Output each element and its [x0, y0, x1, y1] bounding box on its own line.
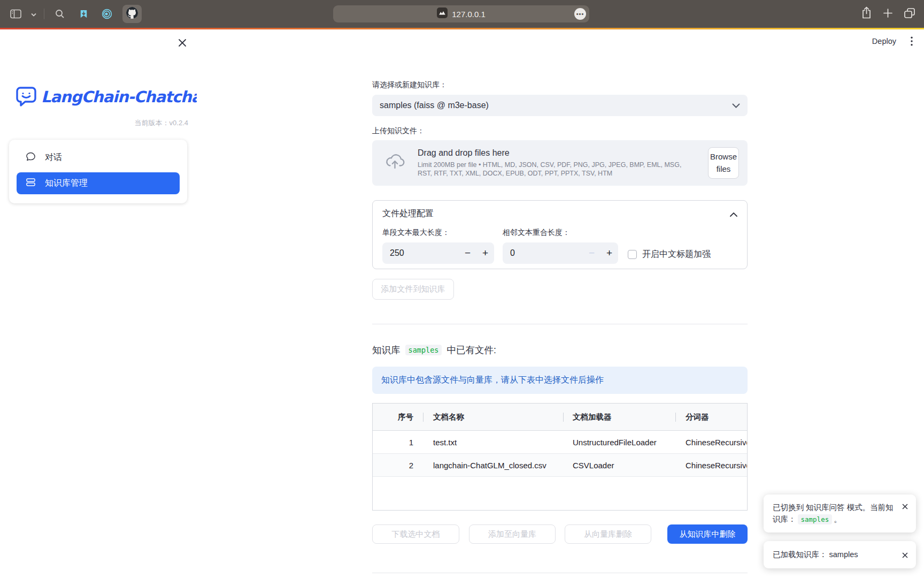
chevron-down-icon: [732, 101, 740, 110]
overlap-size-label: 相邻文本重合长度：: [503, 228, 618, 238]
app-logo: LangChain-Chatchat: [15, 84, 208, 110]
main-menu-kebab-icon[interactable]: [907, 36, 917, 47]
kb-heading-suffix: 中已有文件:: [446, 344, 496, 356]
kb-select-value: samples (faiss @ m3e-base): [380, 101, 732, 110]
upload-label: 上传知识文件：: [372, 126, 748, 136]
chunk-size-value: 250: [382, 248, 459, 258]
chevron-up-icon: [730, 209, 737, 219]
toast-text-prefix: 已切换到 知识库问答 模式。当前知识库：: [773, 503, 894, 523]
zh-title-checkbox[interactable]: [628, 250, 637, 259]
file-dropzone[interactable]: Drag and drop files here Limit 200MB per…: [372, 140, 748, 186]
toast-kb-loaded: 已加载知识库： samples: [764, 541, 916, 568]
new-tab-icon[interactable]: [883, 8, 893, 20]
search-icon[interactable]: [52, 6, 68, 22]
divider: [372, 324, 748, 324]
download-selected-button[interactable]: 下载选中文档: [372, 524, 459, 544]
pinned-tab-circles-icon[interactable]: [99, 6, 115, 22]
dropzone-title: Drag and drop files here: [418, 148, 695, 158]
cell-loader: CSVLoader: [563, 461, 675, 470]
knowledge-base-icon: [26, 177, 36, 189]
github-icon: [126, 7, 138, 21]
share-icon[interactable]: [861, 6, 872, 21]
kb-name-code: samples: [405, 345, 442, 355]
tab-overview-icon[interactable]: [904, 7, 915, 21]
delete-from-vectorstore-button[interactable]: 从向量库删除: [565, 524, 651, 544]
column-separator: [423, 413, 424, 422]
cell-splitter: ChineseRecursiveTextSplitter: [675, 461, 747, 470]
table-actions: 下载选中文档 添加至向量库 从向量库删除 从知识库中删除: [372, 524, 748, 544]
toast-mode-switched: 已切换到 知识库问答 模式。当前知识库：samples。: [764, 495, 916, 533]
toolbar-separator: [44, 9, 44, 19]
browser-toolbar: 127.0.0.1 •••: [0, 0, 924, 28]
url-bar[interactable]: 127.0.0.1 •••: [333, 5, 589, 22]
kb-select[interactable]: samples (faiss @ m3e-base): [372, 95, 748, 116]
cloud-upload-icon: [385, 154, 405, 172]
column-separator: [563, 413, 564, 422]
overlap-minus-button[interactable]: −: [583, 242, 600, 264]
browse-files-button[interactable]: Browse files: [708, 147, 739, 179]
toast-kb-code: samples: [798, 514, 833, 524]
site-favicon: [437, 7, 448, 20]
dropzone-limit-text: Limit 200MB per file • HTML, MD, JSON, C…: [418, 161, 684, 178]
sidebar: LangChain-Chatchat 当前版本：v0.2.4 对话 知识库管理: [0, 29, 197, 578]
toast-text-suffix: 。: [834, 515, 842, 523]
add-to-vectorstore-button[interactable]: 添加至向量库: [469, 524, 556, 544]
toast-text: 已加载知识库： samples: [773, 549, 897, 560]
overlap-size-value: 0: [503, 248, 583, 258]
zh-title-checkbox-label: 开启中文标题加强: [642, 249, 711, 260]
toast-close-icon[interactable]: [901, 503, 908, 511]
chat-bubble-icon: [26, 151, 36, 164]
kb-select-label: 请选择或新建知识库：: [372, 80, 748, 90]
sidebar-chevron-down-icon[interactable]: [31, 9, 36, 19]
cell-index: 2: [373, 461, 423, 470]
nav-item-knowledge-base[interactable]: 知识库管理: [17, 172, 180, 194]
pinned-tab-bookmark-icon[interactable]: [75, 6, 91, 22]
delete-from-kb-button[interactable]: 从知识库中删除: [667, 524, 748, 544]
chunk-plus-button[interactable]: +: [476, 242, 494, 264]
col-header-index[interactable]: 序号: [373, 412, 423, 422]
deploy-button[interactable]: Deploy: [872, 37, 896, 45]
kb-files-heading: 知识库 samples 中已有文件:: [372, 344, 748, 356]
overlap-plus-button[interactable]: +: [600, 242, 618, 264]
add-files-button[interactable]: 添加文件到知识库: [372, 279, 454, 300]
file-config-expander: 文件处理配置 单段文本最大长度： 250 − +: [372, 200, 748, 269]
table-header-row: 序号 文档名称 文档加载器 分词器: [373, 404, 747, 431]
cell-loader: UnstructuredFileLoader: [563, 438, 675, 447]
version-label: 当前版本：v0.2.4: [135, 118, 188, 128]
table-row[interactable]: 1 test.txt UnstructuredFileLoader Chines…: [373, 431, 747, 454]
kb-heading-prefix: 知识库: [372, 344, 401, 356]
cell-docname: test.txt: [423, 438, 563, 447]
cell-index: 1: [373, 438, 423, 447]
sidebar-toggle-icon[interactable]: [7, 6, 24, 22]
chunk-size-input[interactable]: 250 − +: [382, 242, 494, 264]
cell-docname: langchain-ChatGLM_closed.csv: [423, 461, 563, 470]
col-header-loader[interactable]: 文档加载器: [563, 412, 675, 422]
col-header-docname[interactable]: 文档名称: [423, 412, 563, 422]
extensions-ellipsis-icon[interactable]: •••: [574, 8, 586, 20]
url-text: 127.0.0.1: [452, 10, 486, 19]
column-separator: [675, 413, 676, 422]
files-table: 序号 文档名称 文档加载器 分词器 1 test.txt Unstructure…: [372, 403, 748, 511]
chunk-size-label: 单段文本最大长度：: [382, 228, 494, 238]
nav-menu: 对话 知识库管理: [9, 140, 187, 203]
sidebar-close-icon[interactable]: [177, 37, 188, 48]
nav-item-label: 知识库管理: [45, 178, 88, 189]
github-tab-button[interactable]: [122, 5, 142, 23]
logo-bubble-icon: [15, 84, 37, 110]
toast-text: 已切换到 知识库问答 模式。当前知识库：samples。: [773, 501, 897, 526]
toast-close-icon[interactable]: [901, 552, 908, 559]
table-row[interactable]: 2 langchain-ChatGLM_closed.csv CSVLoader…: [373, 454, 747, 477]
app-title: LangChain-Chatchat: [41, 88, 208, 106]
nav-item-chat[interactable]: 对话: [17, 147, 180, 169]
divider: [372, 573, 748, 573]
expander-header[interactable]: 文件处理配置: [382, 208, 737, 219]
col-header-splitter[interactable]: 分词器: [675, 412, 747, 422]
chunk-minus-button[interactable]: −: [459, 242, 476, 264]
overlap-size-input[interactable]: 0 − +: [503, 242, 618, 264]
nav-item-label: 对话: [45, 152, 62, 163]
info-banner: 知识库中包含源文件与向量库，请从下表中选择文件后操作: [372, 367, 748, 394]
expander-title: 文件处理配置: [382, 208, 434, 219]
cell-splitter: ChineseRecursiveTextSplitter: [675, 438, 747, 447]
